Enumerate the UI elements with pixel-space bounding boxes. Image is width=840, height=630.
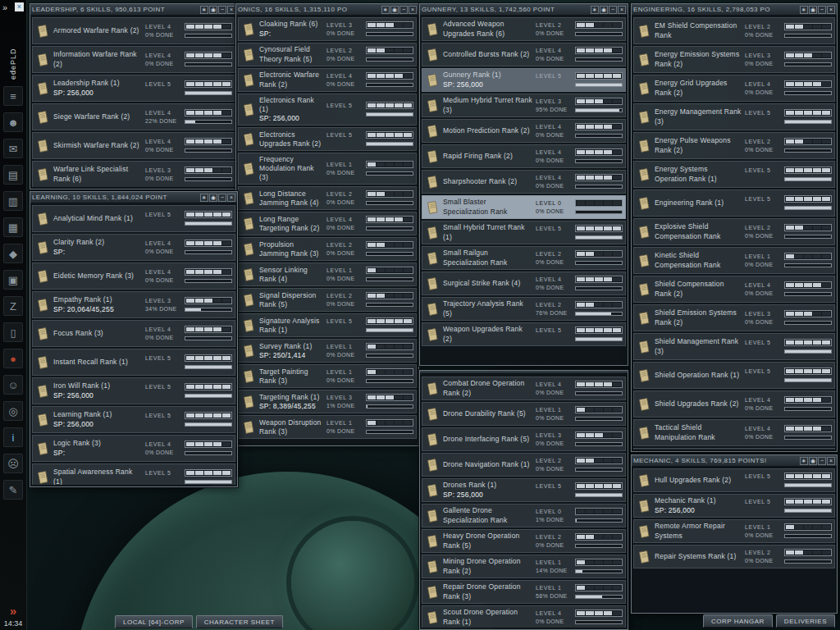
skill-row[interactable]: Small Blaster Specialization RankLEVEL 0… [422,195,626,219]
skill-row[interactable]: Advanced Weapon Upgrades Rank (6)LEVEL 2… [422,17,626,41]
skill-row[interactable]: Shield Emission Systems Rank (2)LEVEL 30… [633,304,835,331]
skill-row[interactable]: Analytical Mind Rank (1)LEVEL 5 [32,205,235,232]
skill-row[interactable]: Shield Management Rank (3)LEVEL 5 [633,333,835,360]
pin-icon[interactable]: ∗ [381,6,390,14]
skill-row[interactable]: Remote Armor Repair SystemsLEVEL 10% DON… [633,519,835,543]
skill-row[interactable]: Motion Prediction Rank (2)LEVEL 40% DONE [422,119,626,143]
skill-row[interactable]: Empathy Rank (1)SP: 20,064/45,255LEVEL 3… [32,291,235,318]
window-titlebar[interactable]: LEARNING, 10 SKILLS, 1,844,024 POINT ∗◉−… [30,192,237,203]
skill-row[interactable]: Controlled Bursts Rank (2)LEVEL 40% DONE [422,43,626,66]
help-icon[interactable]: ◉ [209,6,217,14]
skill-row[interactable]: Frequency Modulation Rank (3)LEVEL 10% D… [238,153,417,185]
minimize-icon[interactable]: − [218,6,226,14]
assets-icon[interactable]: ▦ [3,217,23,237]
skill-row[interactable]: Iron Will Rank (1)SP: 256,000LEVEL 5 [32,377,235,404]
menu-icon[interactable]: ≡ [3,86,23,106]
skill-row[interactable]: Cloaking Rank (6)SP:LEVEL 30% DONE [238,17,417,41]
skill-row[interactable]: Warfare Link Specialist Rank (6)LEVEL 30… [32,161,235,187]
alert-icon[interactable]: ● [3,349,23,368]
skill-row[interactable]: Long Distance Jamming Rank (4)LEVEL 20% … [238,186,417,210]
skill-row[interactable]: Electronics Rank (1)SP: 256,000LEVEL 5 [238,94,417,126]
skill-row[interactable]: Gallente Drone Specialization RankLEVEL … [422,504,626,527]
skill-row[interactable]: Repair Systems Rank (1)LEVEL 20% DONE [633,545,835,568]
window-titlebar[interactable]: ENGINEERING, 16 SKILLS, 2,798,053 PO ∗◉−… [632,4,837,16]
skill-row[interactable]: Spatial Awareness Rank (1)LEVEL 5 [32,463,235,485]
neocom-expand-icon[interactable]: » [2,2,7,12]
science-icon[interactable]: Z [3,296,23,316]
skill-row[interactable]: Drone Durability Rank (5)LEVEL 10% DONE [422,402,626,426]
minimize-icon[interactable]: − [818,457,826,465]
notepad-icon[interactable]: ▯ [3,322,23,342]
skill-row[interactable]: Target Painting Rank (3)LEVEL 10% DONE [238,364,417,388]
help-icon[interactable]: ◉ [809,457,817,465]
info-icon[interactable]: i [3,427,23,447]
skill-row[interactable]: Kinetic Shield Compensation RankLEVEL 10… [633,247,835,274]
skill-row[interactable]: Signature Analysis Rank (1)LEVEL 5 [238,313,417,337]
skill-row[interactable]: Siege Warfare Rank (2)LEVEL 422% DONE [32,103,235,130]
skill-row[interactable]: Mechanic Rank (1)SP: 256,000LEVEL 5 [633,494,835,518]
skill-row[interactable]: Weapon Disruption Rank (3)LEVEL 10% DONE [238,415,417,439]
deliveries-button[interactable]: DELIVERIES [776,614,835,628]
skill-row[interactable]: Mining Drone Operation Rank (2)LEVEL 114… [422,555,626,578]
close-icon[interactable]: × [827,457,835,465]
skill-row[interactable]: Signal Dispersion Rank (5)LEVEL 20% DONE [238,288,417,312]
portrait-icon[interactable]: ☹ [3,454,23,473]
skill-row[interactable]: Hull Upgrades Rank (2)LEVEL 5 [633,468,835,492]
skill-row[interactable]: Drone Interfacing Rank (5)LEVEL 30% DONE [422,427,626,451]
skill-row[interactable]: Shield Compensation Rank (2)LEVEL 40% DO… [633,276,835,303]
skill-row[interactable]: Tactical Shield Manipulation RankLEVEL 4… [633,419,835,446]
skill-row[interactable]: Scout Drone Operation Rank (1)LEVEL 40% … [422,605,626,628]
pin-icon[interactable]: ∗ [800,457,808,465]
skill-row[interactable]: Shield Operation Rank (1)LEVEL 5 [633,362,835,389]
skill-row[interactable]: Electronics Upgrades Rank (2)LEVEL 5 [238,127,417,151]
skill-row[interactable]: Energy Systems Operation Rank (1)LEVEL 5 [633,161,835,188]
skill-row[interactable]: Targeting Rank (1)SP: 8,389/45,255LEVEL … [238,390,417,413]
skill-row[interactable]: Electronic Warfare Rank (2)LEVEL 40% DON… [238,68,417,92]
skill-row[interactable]: EM Shield Compensation RankLEVEL 20% DON… [633,17,835,44]
window-titlebar[interactable]: LEADERSHIP, 6 SKILLS, 950,613 POINT ∗◉−× [30,4,237,16]
journal-icon[interactable]: ▤ [3,165,23,185]
minimize-icon[interactable]: − [399,6,408,14]
skill-row[interactable]: Long Range Targeting Rank (2)LEVEL 40% D… [238,212,417,235]
skill-row[interactable]: Small Hybrid Turret Rank (1)LEVEL 5 [422,221,626,244]
close-icon[interactable]: × [618,6,626,14]
help-icon[interactable]: ◉ [600,6,608,14]
skill-row[interactable]: Energy Pulse Weapons Rank (2)LEVEL 20% D… [633,132,835,159]
pin-icon[interactable]: ∗ [200,6,208,14]
skill-row[interactable]: Skirmish Warfare Rank (2)LEVEL 40% DONE [32,132,235,159]
skill-row[interactable]: Drone Navigation Rank (1)LEVEL 20% DONE [422,453,626,477]
skill-row[interactable]: Armored Warfare Rank (2)LEVEL 40% DONE [32,17,235,44]
skill-row[interactable]: Weapon Upgrades Rank (2)LEVEL 5 [422,322,626,346]
skill-row[interactable]: Gunnery Rank (1)SP: 256,000LEVEL 5 [422,68,626,92]
skill-row[interactable]: Energy Management Rank (3)LEVEL 5 [633,103,835,130]
skill-row[interactable]: Sensor Linking Rank (4)LEVEL 10% DONE [238,262,417,286]
skill-row[interactable]: Energy Emission Systems Rank (2)LEVEL 30… [633,46,835,73]
skill-row[interactable]: Explosive Shield Compensation RankLEVEL … [633,218,835,245]
character-icon[interactable]: ☻ [3,112,23,132]
pin-icon[interactable]: ∗ [591,6,599,14]
help-icon[interactable]: ◉ [809,6,817,14]
close-icon[interactable]: × [827,6,835,14]
fitting-icon[interactable]: ▣ [3,270,23,290]
skill-row[interactable]: Logic Rank (3)SP:LEVEL 40% DONE [32,435,235,462]
window-titlebar[interactable]: GUNNERY, 13 SKILLS, 1,742,560 POINT ∗◉−× [420,4,628,16]
skill-row[interactable]: Repair Drone Operation Rank (3)LEVEL 158… [422,580,626,604]
skill-row[interactable]: Rapid Firing Rank (2)LEVEL 40% DONE [422,144,626,168]
skill-row[interactable]: Shield Upgrades Rank (2)LEVEL 40% DONE [633,390,835,418]
skill-row[interactable]: Eidetic Memory Rank (3)LEVEL 40% DONE [32,262,235,290]
minimize-icon[interactable]: − [818,6,826,14]
corp-hangar-button[interactable]: CORP HANGAR [703,614,773,628]
skill-row[interactable]: Survey Rank (1)SP: 250/1,414LEVEL 10% DO… [238,339,417,363]
wallet-icon[interactable]: ▥ [3,191,23,211]
mail-icon[interactable]: ✉ [3,139,23,158]
close-icon[interactable]: × [227,194,235,202]
skill-row[interactable]: Cynosural Field Theory Rank (5)LEVEL 20%… [238,43,417,66]
skill-row[interactable]: Energy Grid Upgrades Rank (2)LEVEL 40% D… [633,75,835,102]
people-icon[interactable]: ☺ [3,375,23,395]
skill-row[interactable]: Small Railgun Specialization RankLEVEL 2… [422,246,626,270]
skill-row[interactable]: Instant Recall Rank (1)LEVEL 5 [32,349,235,376]
window-titlebar[interactable]: ONICS, 16 SKILLS, 1,315,110 PO ∗◉−× [236,4,418,16]
pin-icon[interactable]: ∗ [800,6,808,14]
market-icon[interactable]: ◆ [3,244,23,263]
skill-row[interactable]: Medium Hybrid Turret Rank (3)LEVEL 395% … [422,94,626,117]
